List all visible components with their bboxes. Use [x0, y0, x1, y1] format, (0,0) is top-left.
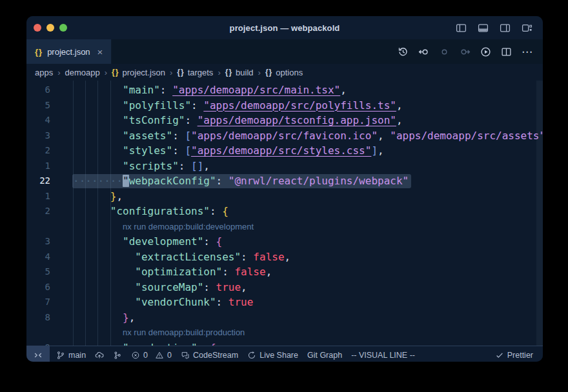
- close-window-button[interactable]: [34, 24, 41, 32]
- code-line[interactable]: 8 },: [26, 310, 543, 326]
- code-token: [73, 205, 110, 217]
- code-token: }: [110, 190, 117, 202]
- status-item-live-share[interactable]: Live Share: [243, 346, 303, 362]
- line-number: 8: [26, 310, 59, 326]
- status-label: CodeStream: [193, 351, 238, 360]
- traffic-lights: [34, 24, 67, 32]
- code-token: [73, 281, 135, 293]
- codelens-link[interactable]: nx run demoapp:build:production: [59, 325, 245, 340]
- zoom-window-button[interactable]: [59, 24, 67, 32]
- breadcrumb: apps›demoapp›{}project.json›{}targets›{}…: [26, 64, 543, 81]
- prev-change-icon[interactable]: [418, 46, 429, 57]
- code-text: "configurations": {: [59, 204, 228, 219]
- file-path-link[interactable]: "apps/demoapp/src/main.tsx": [172, 84, 340, 96]
- status-item-codestream[interactable]: CodeStream: [176, 346, 243, 362]
- breadcrumb-label: apps: [35, 68, 53, 77]
- run-icon[interactable]: [480, 46, 491, 57]
- status-label: main: [68, 351, 86, 360]
- scrollbar[interactable]: [536, 81, 543, 346]
- breadcrumb-separator: ›: [105, 68, 107, 77]
- layout-sidebar-left-icon[interactable]: [456, 23, 467, 34]
- codelens-row[interactable]: nx run demoapp:build:development: [26, 219, 543, 235]
- status-item-git-graph[interactable]: Git Graph: [303, 346, 347, 362]
- status-label: Live Share: [259, 351, 298, 360]
- minimize-window-button[interactable]: [46, 24, 54, 32]
- file-path-link[interactable]: "apps/demoapp/src/polyfills.ts": [203, 99, 396, 112]
- code-token: "production": [123, 342, 198, 346]
- breadcrumb-item-targets[interactable]: {}targets: [177, 68, 213, 77]
- editor[interactable]: 6 "main": "apps/demoapp/src/main.tsx",5 …: [26, 81, 543, 346]
- code-line[interactable]: 3 "assets": ["apps/demoapp/src/favicon.i…: [26, 128, 543, 144]
- code-line[interactable]: 4 "extractLicenses": false,: [26, 250, 543, 265]
- code-line[interactable]: 6 "sourceMap": true,: [26, 280, 543, 295]
- next-change-icon[interactable]: [460, 46, 471, 57]
- layout-sidebar-right-icon[interactable]: [500, 23, 511, 34]
- line-number: [26, 219, 59, 235]
- code-token: {: [222, 205, 228, 217]
- remote-icon[interactable]: [34, 351, 43, 360]
- codelens-row[interactable]: nx run demoapp:build:production: [26, 325, 543, 340]
- code-token: ,: [396, 99, 403, 112]
- status-item-prettier[interactable]: Prettier: [491, 351, 538, 360]
- share-icon[interactable]: [247, 351, 256, 360]
- status-item-remote-indicator[interactable]: [26, 346, 50, 362]
- warning-icon[interactable]: [155, 351, 164, 360]
- code-token: :: [198, 342, 210, 346]
- code-line[interactable]: 7 "vendorChunk": true: [26, 295, 543, 310]
- code-line[interactable]: 2 "styles": ["apps/demoapp/src/styles.cs…: [26, 143, 543, 159]
- status-item-problems[interactable]: 00: [127, 346, 176, 362]
- breadcrumb-item-build[interactable]: {}build: [225, 68, 254, 77]
- indent-guide: [110, 81, 111, 346]
- code-token: "apps/demoapp/src/assets": [390, 130, 543, 142]
- cloud-upload-icon[interactable]: [95, 351, 104, 360]
- status-item-git-branch[interactable]: main: [52, 346, 90, 362]
- line-number: 3: [26, 128, 59, 144]
- code-line[interactable]: 3 "development": {: [26, 234, 543, 250]
- change-circle-icon[interactable]: [439, 46, 450, 57]
- tab-close-icon[interactable]: ×: [97, 46, 103, 57]
- code-line[interactable]: 2 "configurations": {: [26, 204, 543, 219]
- file-path-link[interactable]: "apps/demoapp/src/styles.css": [191, 144, 371, 157]
- branch-icon[interactable]: [56, 351, 65, 360]
- check-icon[interactable]: [495, 351, 504, 360]
- error-icon[interactable]: [131, 351, 140, 360]
- breadcrumb-item-options[interactable]: {}options: [265, 68, 303, 77]
- code-token: "optimization": [135, 266, 222, 278]
- more-actions-icon[interactable]: ⋯: [522, 46, 533, 57]
- code-line[interactable]: 6 "main": "apps/demoapp/src/main.tsx",: [26, 83, 543, 98]
- code-token: ,: [241, 281, 247, 293]
- title-bar[interactable]: project.json — webpackold: [26, 16, 543, 39]
- graph-icon[interactable]: [113, 351, 122, 360]
- code-token: :: [172, 144, 185, 157]
- layout-panel-icon[interactable]: [478, 23, 489, 34]
- status-item-source-graph[interactable]: [108, 346, 127, 362]
- history-icon[interactable]: [398, 46, 409, 57]
- tab-project-json[interactable]: {} project.json ×: [26, 39, 112, 64]
- breadcrumb-item-demoapp[interactable]: demoapp: [65, 68, 100, 77]
- code-line[interactable]: 9 "production": {: [26, 340, 543, 346]
- split-editor-icon[interactable]: [501, 46, 512, 57]
- tab-bar: {} project.json × ⋯: [26, 39, 543, 64]
- code-line[interactable]: 22········"webpackConfig": "@nrwl/react/…: [26, 173, 543, 189]
- layout-custom-icon[interactable]: [522, 23, 532, 34]
- code-token: []: [191, 160, 203, 172]
- breadcrumb-item-apps[interactable]: apps: [35, 68, 53, 77]
- code-line[interactable]: 5 "polyfills": "apps/demoapp/src/polyfil…: [26, 98, 543, 113]
- line-number: 7: [26, 295, 59, 310]
- code-line[interactable]: 1 "scripts": [],: [26, 159, 543, 174]
- comment-icon[interactable]: [181, 351, 190, 360]
- code-line[interactable]: 1 },: [26, 189, 543, 204]
- code-text: "production": {: [59, 340, 216, 346]
- status-item-vim-mode: -- VISUAL LINE --: [347, 346, 420, 362]
- breadcrumb-separator: ›: [218, 68, 220, 77]
- code-text: ········"webpackConfig": "@nrwl/react/pl…: [59, 173, 411, 189]
- status-item-sync-publish[interactable]: [90, 346, 108, 362]
- breadcrumb-item-project.json[interactable]: {}project.json: [112, 68, 165, 77]
- codelens-link[interactable]: nx run demoapp:build:development: [59, 219, 254, 235]
- indent-guide: [73, 81, 74, 346]
- file-path-link[interactable]: "apps/demoapp/tsconfig.app.json": [198, 114, 396, 126]
- code-line[interactable]: 5 "optimization": false,: [26, 264, 543, 280]
- code-line[interactable]: 4 "tsConfig": "apps/demoapp/tsconfig.app…: [26, 113, 543, 128]
- line-number: 2: [26, 204, 59, 219]
- code-token: "@nrwl/react/plugins/webpack": [228, 175, 409, 187]
